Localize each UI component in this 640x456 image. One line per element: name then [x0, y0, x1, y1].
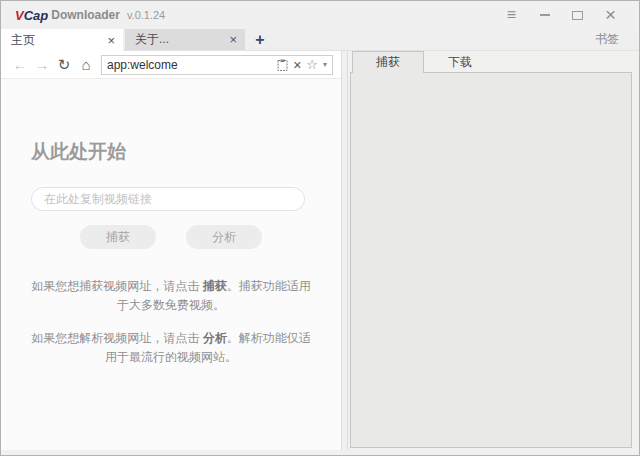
app-version: v.0.1.24: [127, 9, 165, 21]
app-name: Downloader: [51, 8, 120, 22]
brand-cap: Cap: [24, 8, 49, 23]
tab-home-close-icon[interactable]: ×: [107, 34, 115, 47]
app-logo: VCap: [15, 8, 48, 23]
window-controls: ≡ ×: [495, 4, 627, 26]
stop-icon[interactable]: ×: [293, 58, 301, 72]
welcome-page: 从此处开始 捕获 分析 如果您想捕获视频网址，请点击 捕获。捕获功能适用于大多数…: [1, 79, 341, 450]
refresh-icon[interactable]: ↻: [53, 57, 75, 72]
tab-home-label: 主页: [11, 32, 101, 49]
page-title: 从此处开始: [31, 139, 311, 165]
capture-help-bold: 捕获: [203, 279, 227, 293]
maximize-button[interactable]: [561, 4, 594, 26]
video-link-input[interactable]: [31, 187, 305, 211]
titlebar: VCap Downloader v.0.1.24 ≡ ×: [1, 1, 639, 29]
tab-capture[interactable]: 捕获: [352, 51, 424, 73]
forward-icon[interactable]: →: [31, 57, 53, 72]
navigation-bar: ← → ↻ ⌂ × ☆ ▾: [1, 51, 341, 79]
capture-list-panel: [350, 72, 632, 448]
side-panel-tabs: 捕获 下载: [350, 51, 632, 73]
close-window-button[interactable]: ×: [594, 4, 627, 26]
tab-about-close-icon[interactable]: ×: [229, 33, 237, 46]
analyze-button[interactable]: 分析: [186, 225, 262, 249]
capture-help-pre: 如果您想捕获视频网址，请点击: [31, 279, 202, 293]
side-panel: 捕获 下载: [348, 51, 639, 450]
analyze-help-pre: 如果您想解析视频网址，请点击: [31, 331, 202, 345]
tab-about[interactable]: 关于... ×: [125, 29, 245, 50]
new-tab-button[interactable]: +: [245, 29, 275, 50]
clipboard-icon[interactable]: [277, 59, 288, 71]
back-icon[interactable]: ←: [9, 57, 31, 72]
minimize-button[interactable]: [528, 4, 561, 26]
maximize-icon: [572, 11, 583, 20]
bookmarks-button[interactable]: 书签: [595, 29, 639, 50]
brand-v: V: [15, 8, 24, 23]
home-icon[interactable]: ⌂: [75, 57, 97, 72]
browser-tabbar: 主页 × 关于... × + 书签: [1, 29, 639, 51]
tab-home[interactable]: 主页 ×: [1, 29, 123, 51]
browser-pane: ← → ↻ ⌂ × ☆ ▾: [1, 51, 342, 450]
app-window: VCap Downloader v.0.1.24 ≡ × 主页 × 关于... …: [0, 0, 640, 456]
address-input[interactable]: [107, 58, 272, 72]
tabbar-spacer: [275, 29, 595, 50]
analyze-help-text: 如果您想解析视频网址，请点击 分析。解析功能仅适用于最流行的视频网站。: [31, 329, 311, 367]
bookmark-star-icon[interactable]: ☆: [306, 58, 318, 71]
minimize-icon: [540, 14, 550, 16]
action-buttons: 捕获 分析: [31, 225, 311, 249]
address-bar[interactable]: × ☆ ▾: [101, 55, 333, 75]
tab-download[interactable]: 下载: [424, 51, 496, 73]
tab-about-label: 关于...: [135, 31, 223, 48]
capture-help-text: 如果您想捕获视频网址，请点击 捕获。捕获功能适用于大多数免费视频。: [31, 277, 311, 315]
app-body: ← → ↻ ⌂ × ☆ ▾: [1, 51, 639, 450]
address-dropdown-icon[interactable]: ▾: [323, 61, 327, 69]
analyze-help-bold: 分析: [203, 331, 227, 345]
menu-icon[interactable]: ≡: [495, 4, 528, 26]
capture-button[interactable]: 捕获: [80, 225, 156, 249]
